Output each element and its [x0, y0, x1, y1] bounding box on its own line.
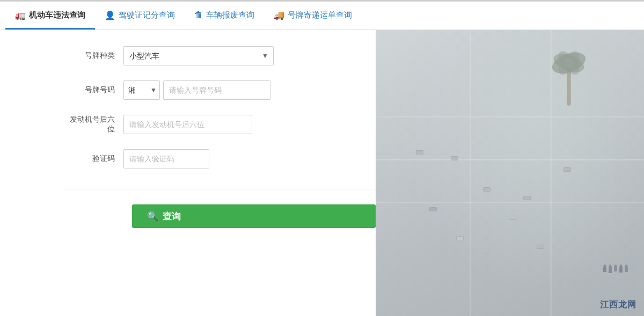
background-area: 江西龙网 [376, 30, 644, 316]
tab-vehicle-scrap[interactable]: 🗑 车辆报废查询 [185, 2, 264, 30]
tab-motor-violation[interactable]: 🚛 机动车违法查询 [5, 2, 95, 30]
trash-icon: 🗑 [194, 10, 203, 20]
car-2 [451, 156, 458, 160]
person-icon: 👤 [105, 10, 115, 20]
delivery-truck-icon: 🚚 [274, 10, 284, 20]
form-divider [64, 189, 376, 189]
car-6 [429, 207, 437, 211]
captcha-input[interactable] [123, 149, 209, 168]
page-wrapper: 🚛 机动车违法查询 👤 驾驶证记分查询 🗑 车辆报废查询 🚚 号牌寄递运单查询 … [0, 0, 644, 316]
tab-bar: 🚛 机动车违法查询 👤 驾驶证记分查询 🗑 车辆报废查询 🚚 号牌寄递运单查询 [0, 2, 644, 30]
tab-driver-score-label: 驾驶证记分查询 [119, 10, 175, 20]
car-1 [416, 150, 423, 155]
svg-point-5 [564, 58, 574, 68]
road-horizontal-1 [376, 159, 644, 160]
car-7 [510, 216, 517, 220]
car-3 [483, 187, 491, 192]
engine-number-row: 发动机号后六位 [64, 115, 376, 134]
query-button-label: 查询 [163, 210, 181, 223]
car-5 [564, 167, 571, 172]
captcha-row: 验证码 [64, 149, 376, 168]
road-vertical-1 [470, 30, 471, 316]
tab-motor-violation-label: 机动车违法查询 [29, 10, 85, 20]
plate-number-control: 湘 京 津 沪 粤 苏 浙 ▼ [123, 80, 270, 100]
province-select-wrap: 湘 京 津 沪 粤 苏 浙 ▼ [123, 80, 160, 100]
engine-number-control [123, 115, 252, 134]
car-8 [456, 236, 464, 240]
car-9 [537, 245, 544, 249]
plate-type-select-wrap: 小型汽车 大型汽车 摩托车 挂车 农用运输车 ▼ [123, 46, 274, 65]
province-select[interactable]: 湘 京 津 沪 粤 苏 浙 [123, 80, 160, 100]
tab-vehicle-scrap-label: 车辆报废查询 [206, 10, 254, 20]
tab-plate-delivery-label: 号牌寄递运单查询 [288, 10, 352, 20]
plate-number-input[interactable] [163, 80, 270, 100]
query-button[interactable]: 🔍 查询 [132, 204, 376, 228]
plate-type-row: 号牌种类 小型汽车 大型汽车 摩托车 挂车 农用运输车 ▼ [64, 46, 376, 65]
road-horizontal-2 [376, 202, 644, 203]
captcha-label: 验证码 [64, 154, 123, 164]
plate-number-label: 号牌号码 [64, 85, 123, 95]
tab-driver-score[interactable]: 👤 驾驶证记分查询 [95, 2, 185, 30]
captcha-control [123, 149, 209, 168]
road-horizontal-3 [376, 116, 644, 117]
truck-icon: 🚛 [15, 10, 26, 20]
form-area: 号牌种类 小型汽车 大型汽车 摩托车 挂车 农用运输车 ▼ [0, 30, 376, 316]
main-content: 号牌种类 小型汽车 大型汽车 摩托车 挂车 农用运输车 ▼ [0, 30, 644, 316]
tab-plate-delivery[interactable]: 🚚 号牌寄递运单查询 [264, 2, 362, 30]
watermark: 江西龙网 [600, 299, 636, 311]
car-4 [523, 196, 531, 200]
engine-number-label: 发动机号后六位 [64, 115, 123, 134]
plate-number-row: 号牌号码 湘 京 津 沪 粤 苏 浙 ▼ [64, 80, 376, 100]
search-icon: 🔍 [147, 211, 158, 222]
palm-tree-illustration [547, 35, 590, 111]
engine-number-input[interactable] [123, 115, 252, 134]
plate-type-select[interactable]: 小型汽车 大型汽车 摩托车 挂车 农用运输车 [123, 46, 274, 65]
plate-type-control: 小型汽车 大型汽车 摩托车 挂车 农用运输车 ▼ [123, 46, 274, 65]
plate-type-label: 号牌种类 [64, 51, 123, 61]
city-background [376, 30, 644, 316]
people-group [603, 264, 628, 273]
